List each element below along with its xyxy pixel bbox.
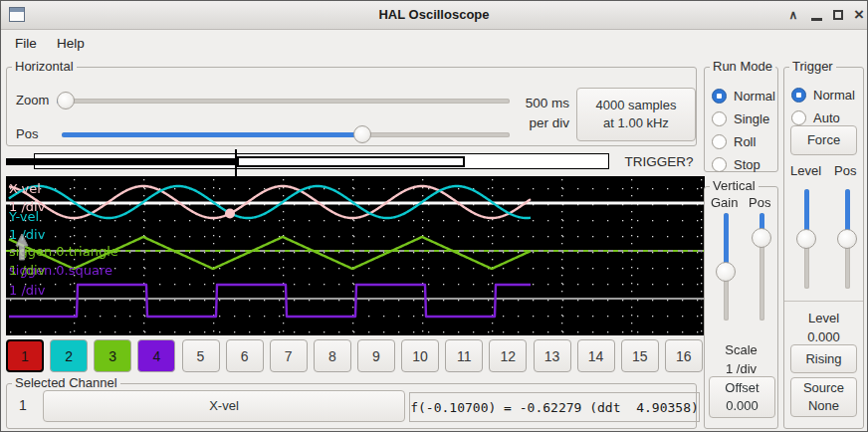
- maximize-window-icon[interactable]: [830, 1, 846, 29]
- channel-button-11[interactable]: 11: [445, 339, 483, 372]
- radio-icon[interactable]: [712, 157, 727, 172]
- run-mode-option-single[interactable]: Single: [712, 109, 769, 127]
- vertical-gain-slider-label: Gain: [711, 195, 738, 210]
- slider-handle[interactable]: [353, 125, 371, 143]
- channel-button-2[interactable]: 2: [50, 339, 88, 372]
- trigger-level-slider-label: Level: [790, 163, 821, 178]
- channel-button-4[interactable]: 4: [137, 339, 175, 372]
- channel-button-16[interactable]: 16: [665, 339, 703, 372]
- channel-button-7[interactable]: 7: [270, 339, 308, 372]
- vertical-pos-slider-label: Pos: [749, 195, 770, 210]
- trigger-level-readout-label: Level: [784, 309, 863, 327]
- record-display-bar: [237, 156, 465, 167]
- minimize-window-icon[interactable]: [808, 1, 824, 29]
- channel-button-6[interactable]: 6: [226, 339, 264, 372]
- trigger-pos-slider[interactable]: [837, 189, 857, 289]
- trigger-option-auto[interactable]: Auto: [791, 108, 840, 126]
- scope-display[interactable]: [6, 176, 705, 335]
- menu-file[interactable]: File: [9, 34, 43, 54]
- radio-icon[interactable]: [712, 134, 727, 149]
- trigger-source-label: Source: [803, 379, 844, 397]
- samples-count: 4000 samples: [596, 97, 677, 114]
- trigger-pos-slider-label: Pos: [834, 163, 856, 178]
- trigger-source-button[interactable]: Source None: [790, 377, 857, 417]
- channel-button-10[interactable]: 10: [401, 339, 439, 372]
- trigger-group: Trigger Normal Auto Force Level Pos Leve…: [783, 67, 864, 429]
- samples-rate: at 1.00 kHz: [603, 114, 669, 132]
- selected-channel-name-button[interactable]: X-vel: [43, 390, 405, 422]
- minimize-bar: [811, 18, 822, 21]
- vertical-offset-label: Offset: [725, 379, 759, 397]
- samples-button[interactable]: 4000 samples at 1.00 kHz: [576, 88, 696, 141]
- selected-channel-number: 1: [19, 397, 27, 413]
- trigger-position-tick: [235, 149, 237, 176]
- close-window-icon[interactable]: ×: [851, 1, 867, 29]
- run-mode-group-label: Run Mode: [710, 59, 775, 74]
- radio-label: Auto: [813, 110, 840, 125]
- channel-button-9[interactable]: 9: [357, 339, 395, 372]
- zoom-slider-label: Zoom: [16, 93, 49, 108]
- channel-button-14[interactable]: 14: [577, 339, 615, 372]
- radio-label: Single: [734, 111, 769, 126]
- trigger-status-label: TRIGGER?: [616, 152, 702, 172]
- vertical-group: Vertical Gain Pos Scale 1 /div Offset 0.…: [704, 186, 778, 429]
- menubar: File Help: [1, 30, 867, 58]
- trigger-source-value: None: [808, 397, 839, 415]
- menu-help[interactable]: Help: [51, 34, 91, 54]
- vertical-group-label: Vertical: [710, 178, 759, 193]
- radio-selected-icon[interactable]: [791, 88, 806, 103]
- time-per-div-readout: 500 ms per div: [460, 94, 569, 133]
- run-mode-option-roll[interactable]: Roll: [712, 132, 756, 150]
- trigger-edge-label: Rising: [805, 350, 841, 368]
- run-mode-option-stop[interactable]: Stop: [712, 155, 760, 173]
- channel-button-3[interactable]: 3: [94, 339, 131, 372]
- slider-handle[interactable]: [752, 228, 771, 248]
- radio-label: Roll: [734, 134, 756, 149]
- shade-window-icon[interactable]: ∧: [785, 1, 801, 29]
- trigger-level-slider[interactable]: [796, 189, 816, 289]
- radio-label: Normal: [734, 89, 775, 104]
- trigger-option-normal[interactable]: Normal: [791, 86, 855, 104]
- slider-fill: [62, 132, 362, 137]
- horizontal-pos-slider[interactable]: [62, 125, 510, 143]
- slider-handle[interactable]: [57, 92, 75, 109]
- radio-selected-icon[interactable]: [712, 89, 727, 104]
- channel-button-13[interactable]: 13: [534, 339, 571, 372]
- horizontal-zoom-slider[interactable]: [57, 92, 510, 109]
- force-trigger-label: Force: [807, 131, 840, 149]
- hal-oscilloscope-window: HAL Oscilloscope ∧ × File Help Horizonta…: [0, 0, 868, 432]
- force-trigger-button[interactable]: Force: [790, 125, 857, 155]
- vertical-offset-value: 0.000: [726, 397, 759, 415]
- slider-handle[interactable]: [716, 262, 736, 282]
- radio-label: Normal: [813, 88, 855, 103]
- vertical-pos-slider[interactable]: [752, 213, 771, 321]
- radio-label: Stop: [734, 157, 760, 172]
- scope-canvas[interactable]: [6, 176, 705, 335]
- pos-slider-label: Pos: [16, 126, 38, 141]
- channel-button-8[interactable]: 8: [314, 339, 351, 372]
- vertical-offset-button[interactable]: Offset 0.000: [709, 376, 775, 418]
- channel-button-5[interactable]: 5: [182, 339, 220, 372]
- record-acquired-bar: [6, 158, 237, 165]
- run-mode-option-normal[interactable]: Normal: [712, 87, 775, 105]
- run-mode-group: Run Mode Normal Single Roll Stop: [704, 67, 778, 172]
- horizontal-group-label: Horizontal: [12, 59, 77, 74]
- trigger-edge-button[interactable]: Rising: [790, 344, 857, 373]
- trigger-divider: [784, 301, 863, 302]
- slider-handle[interactable]: [837, 229, 857, 249]
- time-per-div-value: 500 ms: [460, 94, 569, 113]
- slider-handle[interactable]: [796, 229, 816, 249]
- horizontal-group: Horizontal Zoom Pos 500 ms per div 4000 …: [6, 67, 697, 146]
- vertical-gain-slider[interactable]: [716, 213, 736, 321]
- selected-channel-name: X-vel: [209, 397, 239, 415]
- channel-button-1[interactable]: 1: [6, 339, 44, 372]
- trigger-group-label: Trigger: [789, 59, 836, 74]
- channel-button-12[interactable]: 12: [489, 339, 527, 372]
- radio-icon[interactable]: [712, 111, 727, 126]
- radio-icon[interactable]: [791, 110, 806, 125]
- channel-button-15[interactable]: 15: [621, 339, 659, 372]
- vertical-scale-label: Scale: [705, 340, 777, 359]
- trigger-level-readout: Level 0.000: [784, 309, 863, 346]
- titlebar[interactable]: HAL Oscilloscope ∧ ×: [1, 1, 867, 30]
- selected-channel-group: Selected Channel 1 X-vel f(-0.10700) = -…: [6, 383, 697, 429]
